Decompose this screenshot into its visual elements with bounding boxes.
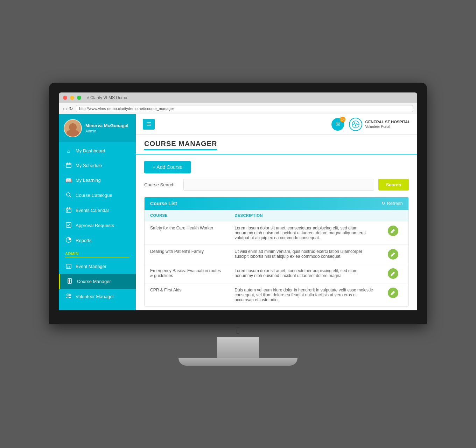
approval-icon bbox=[65, 222, 72, 229]
course-list-header: Course List ↻ Refresh bbox=[145, 197, 408, 210]
course-description-cell: Lorem ipsum dolor sit amet, consectetuer… bbox=[229, 221, 382, 244]
browser-title: √ Clarity VLMS Demo bbox=[87, 95, 127, 100]
apple-logo:  bbox=[236, 326, 240, 336]
sidebar-item-learning[interactable]: 📖 My Learning bbox=[59, 173, 136, 188]
course-table: COURSE DESCRIPTION Safety for the Care H… bbox=[145, 210, 408, 306]
sidebar-item-volunteer-manager[interactable]: Volunteer Manager bbox=[59, 289, 136, 304]
refresh-label: Refresh bbox=[387, 201, 403, 206]
main-content: COURSE MANAGER + Add Course Course Searc… bbox=[136, 135, 417, 310]
sidebar-item-approval[interactable]: Approval Requests bbox=[59, 218, 136, 233]
svg-rect-11 bbox=[66, 222, 71, 227]
sidebar-nav: ⌂ My Dashboard bbox=[59, 142, 136, 310]
sidebar-item-label: My Learning bbox=[76, 178, 101, 183]
sidebar-item-catalogue[interactable]: Course Catalogue bbox=[59, 188, 136, 203]
back-arrow[interactable]: ‹ bbox=[63, 106, 65, 111]
stand-base bbox=[178, 358, 298, 366]
course-action-cell bbox=[382, 244, 408, 264]
search-button[interactable]: Search bbox=[378, 179, 409, 191]
course-list-container: Course List ↻ Refresh COUR bbox=[144, 197, 409, 307]
window-close-dot[interactable] bbox=[63, 96, 67, 100]
book-icon: 📖 bbox=[65, 177, 72, 184]
hamburger-button[interactable]: ☰ bbox=[143, 119, 155, 130]
search-input[interactable] bbox=[183, 179, 374, 191]
course-name-cell: Dealing with Patient's Family bbox=[145, 244, 229, 264]
address-bar[interactable] bbox=[76, 105, 413, 112]
calendar-icon bbox=[65, 162, 72, 169]
svg-line-5 bbox=[70, 196, 71, 197]
table-row: CPR & First Aids Duis autem vel eum iriu… bbox=[145, 283, 408, 306]
reload-button[interactable]: ↻ bbox=[69, 106, 73, 111]
refresh-icon: ↻ bbox=[382, 201, 385, 206]
window-minimize-dot[interactable] bbox=[70, 96, 74, 100]
app-header: ☰ ✉ 14 bbox=[136, 114, 417, 135]
course-name-cell: CPR & First Aids bbox=[145, 283, 229, 306]
sidebar-item-course-manager[interactable]: Course Manager bbox=[59, 274, 136, 289]
user-profile-section: Minerva McGonagal Admin bbox=[59, 114, 136, 142]
sidebar-item-label: Reports bbox=[76, 238, 92, 243]
notification-bell[interactable]: ✉ 14 bbox=[331, 118, 344, 131]
svg-point-18 bbox=[67, 294, 69, 296]
volunteer-icon bbox=[65, 293, 72, 300]
hamburger-icon: ☰ bbox=[146, 121, 151, 127]
edit-course-button[interactable] bbox=[388, 288, 398, 298]
table-row: Safety for the Care Health Worker Lorem … bbox=[145, 221, 408, 244]
sidebar-item-reports[interactable]: Reports bbox=[59, 233, 136, 248]
course-action-cell bbox=[382, 283, 408, 306]
course-description-cell: Lorem ipsum dolor sit amet, consectetuer… bbox=[229, 264, 382, 283]
admin-section: ADMIN bbox=[59, 248, 136, 259]
sidebar-item-label: Volunteer Manager bbox=[76, 294, 114, 299]
sidebar-item-dashboard[interactable]: ⌂ My Dashboard bbox=[59, 144, 136, 158]
home-icon: ⌂ bbox=[65, 148, 72, 154]
hospital-logo: GENERAL ST HOSPITAL Volunteer Portal bbox=[349, 118, 410, 131]
search-row: Course Search Search bbox=[144, 179, 409, 191]
svg-point-4 bbox=[66, 193, 70, 196]
heart-monitor-icon bbox=[349, 118, 362, 131]
hospital-name: GENERAL ST HOSPITAL bbox=[365, 120, 410, 124]
sidebar-item-label: Course Catalogue bbox=[76, 193, 112, 198]
course-action-cell bbox=[382, 221, 408, 244]
course-description-cell: Duis autem vel eum iriure dolor in hendr… bbox=[229, 283, 382, 306]
sidebar-item-label: Event Manager bbox=[76, 264, 106, 269]
sidebar-item-schedule[interactable]: My Schedule bbox=[59, 158, 136, 173]
refresh-button[interactable]: ↻ Refresh bbox=[382, 201, 403, 206]
sidebar-item-event-manager[interactable]: 15 Event Manager bbox=[59, 259, 136, 274]
reports-icon bbox=[65, 237, 72, 244]
col-header-description: DESCRIPTION bbox=[229, 210, 382, 221]
page-title: COURSE MANAGER bbox=[144, 140, 217, 150]
table-header-row: COURSE DESCRIPTION bbox=[145, 210, 408, 221]
window-maximize-dot[interactable] bbox=[77, 96, 81, 100]
admin-label: ADMIN bbox=[65, 251, 130, 257]
edit-course-button[interactable] bbox=[388, 249, 398, 260]
course-name-cell: Safety for the Care Health Worker bbox=[145, 221, 229, 244]
col-header-course: COURSE bbox=[145, 210, 229, 221]
course-name-cell: Emergency Basics: Evacuation routes & gu… bbox=[145, 264, 229, 283]
course-list-title: Course List bbox=[150, 201, 177, 206]
search-icon bbox=[65, 192, 72, 199]
stand-neck bbox=[217, 337, 259, 358]
table-row: Dealing with Patient's Family Ut wisi en… bbox=[145, 244, 408, 264]
svg-rect-0 bbox=[66, 163, 71, 167]
sidebar: Minerva McGonagal Admin ⌂ My Dashboard bbox=[59, 114, 136, 310]
course-action-cell bbox=[382, 264, 408, 283]
edit-course-button[interactable] bbox=[388, 226, 398, 236]
event-manager-icon: 15 bbox=[65, 263, 72, 270]
sidebar-item-label: Approval Requests bbox=[76, 223, 114, 228]
avatar bbox=[64, 119, 82, 137]
search-label: Course Search bbox=[144, 182, 179, 187]
svg-rect-6 bbox=[66, 208, 71, 212]
sidebar-item-label: My Schedule bbox=[76, 163, 102, 168]
forward-arrow[interactable]: › bbox=[66, 106, 68, 111]
sidebar-item-label: My Dashboard bbox=[76, 148, 105, 153]
col-header-action bbox=[382, 210, 408, 221]
user-name: Minerva McGonagal bbox=[85, 123, 128, 129]
user-role: Admin bbox=[85, 129, 128, 133]
sidebar-item-events[interactable]: Events Calendar bbox=[59, 203, 136, 218]
svg-point-19 bbox=[69, 294, 71, 296]
add-course-button[interactable]: + Add Course bbox=[144, 161, 191, 173]
notification-count: 14 bbox=[340, 117, 345, 122]
course-manager-icon bbox=[66, 278, 74, 285]
events-icon bbox=[65, 207, 72, 214]
hospital-subtitle: Volunteer Portal bbox=[365, 125, 390, 129]
sidebar-item-label: Course Manager bbox=[77, 279, 111, 284]
edit-course-button[interactable] bbox=[388, 268, 398, 279]
